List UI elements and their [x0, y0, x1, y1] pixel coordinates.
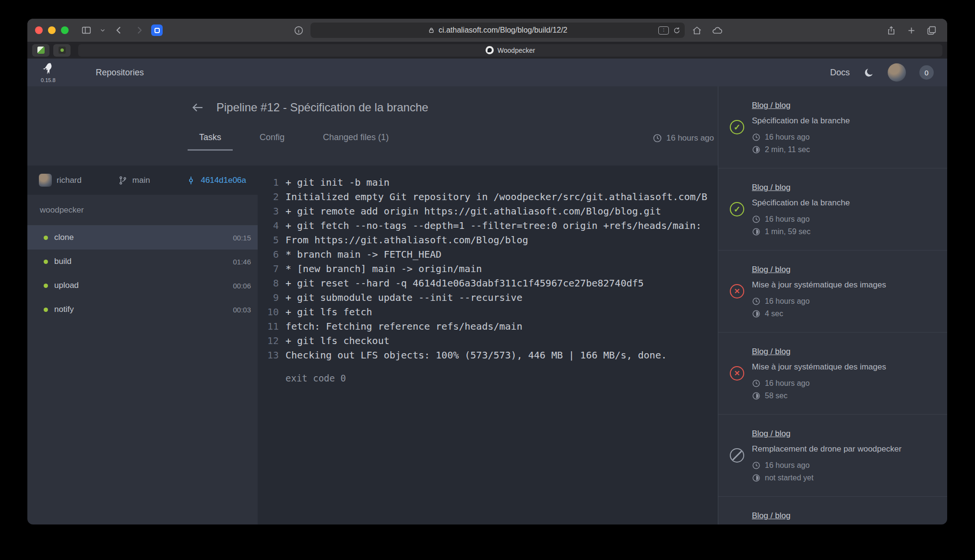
back-button[interactable]: [111, 23, 127, 38]
pipeline-tab[interactable]: Tasks: [188, 129, 233, 151]
pipeline-columns: richard main 4614d1e06a woodpecker: [27, 166, 718, 524]
woodpecker-logo[interactable]: 0.15.8: [41, 62, 56, 83]
tab-overview-icon[interactable]: [923, 23, 939, 38]
duration-icon: [752, 474, 761, 482]
log-line-number: 8: [258, 276, 279, 290]
build-repo-link[interactable]: Blog / blog: [752, 265, 790, 274]
user-avatar[interactable]: [888, 63, 906, 82]
build-time-row: 16 hours ago: [752, 297, 939, 306]
build-time: 16 hours ago: [765, 379, 809, 388]
pinned-tab-favicon: [37, 47, 45, 54]
pipeline-title: Pipeline #12 - Spécification de la branc…: [216, 101, 428, 114]
build-repo-link[interactable]: Blog / blog: [752, 183, 790, 192]
tab-title: Woodpecker: [498, 47, 535, 54]
branch-name: main: [132, 176, 150, 185]
log-line-text: + git fetch --no-tags --depth=1 --filter…: [279, 218, 702, 233]
new-tab-icon[interactable]: [903, 23, 919, 38]
build-message: Mise à jour systématique des images: [752, 362, 939, 372]
commit-group[interactable]: 4614d1e06a: [186, 176, 246, 185]
back-arrow-icon[interactable]: [190, 100, 205, 115]
workflow-step[interactable]: clone 00:15: [27, 226, 258, 250]
cloud-icon[interactable]: [709, 23, 725, 38]
browser-window: ci.athaliasoft.com/Blog/blog/build/12/2 …: [27, 19, 947, 524]
log-line-number: 5: [258, 233, 279, 247]
build-list-sidebar[interactable]: Blog / blog Spécification de la branche …: [718, 86, 947, 524]
pipeline-tab-label: Changed files (1): [323, 132, 389, 142]
build-entry[interactable]: Blog / blog Spécification de la branche …: [718, 86, 947, 168]
info-icon[interactable]: [290, 23, 307, 38]
woodpecker-bird-icon: [41, 62, 55, 77]
build-status-icon: [730, 366, 744, 381]
clock-icon: [752, 379, 761, 388]
build-entry[interactable]: Blog / blog Spécification de la branche …: [718, 168, 947, 250]
log-line-number: 12: [258, 334, 279, 348]
build-entry[interactable]: Blog / blog Remplacement de drone par wo…: [718, 497, 947, 524]
log-line-number: 2: [258, 190, 279, 204]
build-repo-link[interactable]: Blog / blog: [752, 101, 790, 110]
duration-icon: [752, 310, 761, 318]
dark-mode-toggle[interactable]: [863, 67, 874, 78]
address-bar[interactable]: ci.athaliasoft.com/Blog/blog/build/12/2 …: [310, 23, 685, 38]
version-label: 0.15.8: [41, 77, 56, 83]
pipeline-tab[interactable]: Config: [248, 129, 296, 151]
close-button[interactable]: [35, 26, 43, 34]
workflow-step[interactable]: upload 00:06: [27, 274, 258, 298]
log-line-text: * branch main -> FETCH_HEAD: [279, 247, 441, 262]
log-line-number: 6: [258, 247, 279, 262]
minimize-button[interactable]: [48, 26, 56, 34]
share-icon[interactable]: [883, 23, 899, 38]
screen: { "browser": { "url": "ci.athaliasoft.co…: [0, 0, 975, 560]
log-line-number: 10: [258, 305, 279, 319]
log-line: 10 + git lfs fetch: [258, 305, 718, 319]
step-status-dot: [44, 260, 48, 264]
nav-repositories[interactable]: Repositories: [96, 68, 144, 78]
log-line: 12 + git lfs checkout: [258, 334, 718, 348]
author-group: richard: [39, 174, 82, 187]
branch-group: main: [118, 176, 150, 185]
log-line-text: From https://git.athaliasoft.com/Blog/bl…: [279, 233, 528, 247]
log-panel[interactable]: 1 + git init -b main 2 Initialized empty…: [258, 166, 718, 524]
log-line-number: 4: [258, 218, 279, 233]
log-line-text: * [new branch] main -> origin/main: [279, 262, 482, 276]
chevron-down-icon[interactable]: [98, 23, 107, 38]
log-line-text: + git reset --hard -q 4614d1e06a3dabf311…: [279, 276, 644, 290]
nav-docs[interactable]: Docs: [830, 68, 850, 78]
sidebar-toggle-icon[interactable]: [78, 23, 95, 38]
commit-hash: 4614d1e06a: [201, 176, 246, 185]
pipeline-tab[interactable]: Changed files (1): [311, 129, 400, 151]
workflow-step[interactable]: build 01:46: [27, 250, 258, 274]
step-name: notify: [54, 305, 74, 314]
reload-icon[interactable]: [673, 26, 681, 35]
log-line-text: Checking out LFS objects: 100% (573/573)…: [279, 348, 667, 362]
build-duration-row: 2 min, 11 sec: [752, 145, 939, 154]
extension-icon[interactable]: [151, 24, 163, 36]
home-icon[interactable]: [689, 23, 705, 38]
build-duration: 58 sec: [765, 392, 787, 400]
build-duration-row: 1 min, 59 sec: [752, 227, 939, 236]
step-name: build: [54, 257, 71, 266]
step-duration: 00:03: [233, 306, 251, 314]
log-line: 11 fetch: Fetching reference refs/heads/…: [258, 319, 718, 334]
pinned-tab-1[interactable]: [32, 44, 49, 57]
build-duration: 2 min, 11 sec: [765, 145, 810, 154]
build-duration-row: 4 sec: [752, 310, 939, 318]
build-entry[interactable]: Blog / blog Remplacement de drone par wo…: [718, 415, 947, 497]
forward-button[interactable]: [131, 23, 147, 38]
pipeline-tab-label: Tasks: [199, 132, 221, 142]
build-repo-link[interactable]: Blog / blog: [752, 429, 790, 439]
active-tab[interactable]: Woodpecker: [78, 44, 942, 57]
zoom-button[interactable]: [61, 26, 69, 34]
build-repo-link[interactable]: Blog / blog: [752, 347, 790, 357]
pinned-tab-favicon: [59, 47, 66, 54]
build-repo-link[interactable]: Blog / blog: [752, 511, 790, 521]
notification-badge[interactable]: 0: [919, 65, 934, 80]
page-settings-icon[interactable]: ⵗ: [658, 26, 669, 35]
clock-icon: [752, 133, 761, 142]
pinned-tab-2[interactable]: [53, 44, 71, 57]
build-entry[interactable]: Blog / blog Mise à jour systématique des…: [718, 333, 947, 415]
build-duration: not started yet: [765, 474, 813, 482]
build-entry[interactable]: Blog / blog Mise à jour systématique des…: [718, 250, 947, 333]
workflow-step[interactable]: notify 00:03: [27, 298, 258, 322]
clock-icon: [653, 133, 662, 143]
clock-icon: [752, 461, 761, 470]
